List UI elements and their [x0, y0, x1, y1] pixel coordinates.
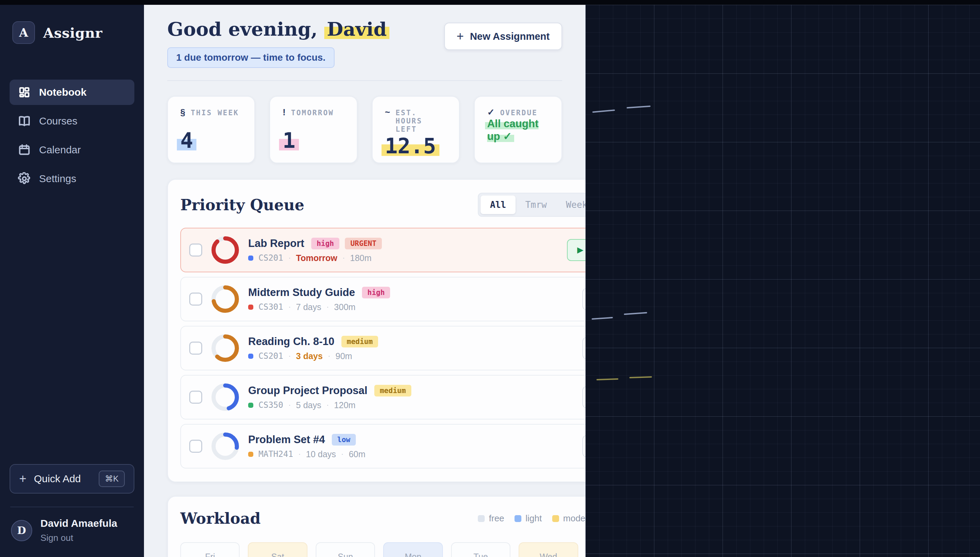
course-code: CS201 [258, 253, 283, 263]
task-meta: CS350 · 5 days · 120m [248, 400, 411, 410]
stat-label: ~ EST. HOURS LEFT [385, 107, 447, 134]
start-task-button[interactable]: ▶ Start [582, 288, 585, 310]
due-label: 10 days [306, 449, 336, 459]
sign-out-link[interactable]: Sign out [41, 533, 117, 543]
legend-item: free [478, 513, 504, 524]
sidebar-item-settings[interactable]: Settings [10, 166, 135, 191]
sidebar-item-notebook[interactable]: Notebook [10, 80, 135, 105]
start-task-button[interactable]: ▶ Start [582, 337, 585, 359]
task-row[interactable]: Lab Report highURGENT CS201 · Tomorrow ·… [180, 228, 586, 272]
workload-title: Workload [180, 510, 261, 527]
priority-badge: medium [374, 385, 411, 396]
stat-card-tomorrow: ! TOMORROW 1 [269, 96, 357, 163]
workload-days: Fri – 7 Sat 3.0h 8 Sun – 9 Mon 1.5h 10 T… [180, 542, 586, 557]
priority-badge: URGENT [345, 238, 382, 249]
separator: · [326, 401, 329, 409]
stat-glyph-icon: § [180, 107, 185, 118]
legend-swatch [514, 515, 521, 522]
priority-queue-title: Priority Queue [180, 196, 304, 214]
task-checkbox[interactable] [189, 440, 202, 453]
course-dot [248, 452, 253, 457]
background-grid [586, 5, 980, 557]
task-text: Group Project Proposal medium CS350 · 5 … [248, 384, 411, 410]
sidebar-item-courses[interactable]: Courses [10, 108, 135, 134]
task-row[interactable]: Group Project Proposal medium CS350 · 5 … [180, 375, 586, 419]
task-row[interactable]: Midterm Study Guide high CS301 · 7 days … [180, 277, 586, 321]
progress-ring [211, 432, 239, 460]
tab-all[interactable]: All [480, 195, 516, 214]
task-badges: medium [374, 385, 411, 396]
task-list: Lab Report highURGENT CS201 · Tomorrow ·… [180, 228, 586, 469]
task-checkbox[interactable] [189, 342, 202, 355]
course-dot [248, 353, 253, 359]
task-badges: medium [341, 336, 378, 347]
task-badges: low [332, 434, 356, 446]
task-checkbox[interactable] [189, 391, 202, 404]
workload-day-sat: Sat 3.0h 8 [248, 542, 307, 557]
quick-add-label: Quick Add [34, 473, 81, 485]
header-divider [167, 80, 562, 81]
workload-day-mon: Mon 1.5h 10 [383, 542, 443, 557]
priority-badge: high [362, 287, 390, 298]
task-row[interactable]: Reading Ch. 8-10 medium CS201 · 3 days ·… [180, 326, 586, 370]
task-text: Reading Ch. 8-10 medium CS201 · 3 days ·… [248, 336, 378, 361]
tab-tmrw[interactable]: Tmrw [516, 195, 557, 214]
nav-label: Notebook [39, 86, 86, 98]
priority-badge: high [311, 238, 340, 249]
start-task-button[interactable]: ▶ Start [582, 435, 585, 457]
user-first-name: David [324, 18, 390, 40]
task-meta: CS201 · 3 days · 90m [248, 351, 378, 361]
task-text: Problem Set #4 low MATH241 · 10 days · 6… [248, 433, 365, 459]
stat-glyph-icon: ~ [385, 107, 390, 118]
quick-add-button[interactable]: + Quick Add ⌘K [10, 464, 135, 493]
legend-item: moderate [552, 513, 586, 524]
sidebar-item-calendar[interactable]: Calendar [10, 137, 135, 163]
task-text: Lab Report highURGENT CS201 · Tomorrow ·… [248, 237, 382, 263]
workload-legend: free light moderate heavy [478, 513, 585, 524]
separator: · [298, 450, 301, 459]
task-meta: CS201 · Tomorrow · 180m [248, 253, 382, 263]
stat-card-this-week: § THIS WEEK 4 [167, 96, 255, 163]
course-code: MATH241 [258, 449, 293, 459]
play-icon: ▶ [577, 246, 583, 254]
separator: · [288, 254, 291, 262]
task-row[interactable]: Problem Set #4 low MATH241 · 10 days · 6… [180, 424, 586, 469]
due-label: 7 days [296, 302, 321, 312]
workload-day-wed: Wed 2.0h 12 [519, 542, 578, 557]
gear-icon [18, 172, 31, 185]
tab-week[interactable]: Week [557, 195, 585, 214]
resume-task-button[interactable]: ▶ Resume [567, 239, 585, 261]
course-dot [248, 256, 253, 261]
task-checkbox[interactable] [189, 244, 202, 257]
course-code: CS201 [258, 351, 283, 361]
progress-ring [211, 383, 239, 411]
stat-value: 1 [282, 128, 299, 153]
keyboard-shortcut-badge: ⌘K [99, 471, 125, 487]
task-title: Problem Set #4 [248, 433, 325, 446]
priority-badge: low [332, 434, 356, 446]
task-checkbox[interactable] [189, 293, 202, 306]
logo-mark: A [12, 21, 35, 44]
estimate-label: 300m [334, 302, 356, 312]
separator: · [328, 352, 330, 360]
separator: · [288, 352, 291, 360]
focus-hint-pill: 1 due tomorrow — time to focus. [167, 47, 334, 68]
stats-row: § THIS WEEK 4 ! TOMORROW 1 ~ EST. HOURS … [167, 96, 562, 163]
workload-day-fri: Fri – 7 [180, 542, 240, 557]
workload-panel: Workload free light moderate heavy Fri –… [167, 496, 586, 557]
separator: · [326, 303, 329, 311]
separator: · [342, 254, 345, 262]
task-title: Reading Ch. 8-10 [248, 336, 334, 348]
task-meta: CS301 · 7 days · 300m [248, 302, 390, 312]
stat-glyph-icon: ✓ [487, 107, 495, 118]
new-assignment-button[interactable]: + New Assignment [444, 23, 562, 50]
stat-card-overdue: ✓ OVERDUE All caught up ✓ [474, 96, 562, 163]
separator: · [288, 401, 291, 409]
course-dot [248, 305, 253, 310]
start-task-button[interactable]: ▶ Start [582, 386, 585, 408]
stat-value: All caught up ✓ [487, 118, 549, 143]
stat-value: 12.5 [385, 134, 440, 158]
user-profile: D David Amaefula Sign out [10, 518, 135, 543]
separator: · [288, 303, 291, 311]
estimate-label: 120m [334, 400, 356, 410]
